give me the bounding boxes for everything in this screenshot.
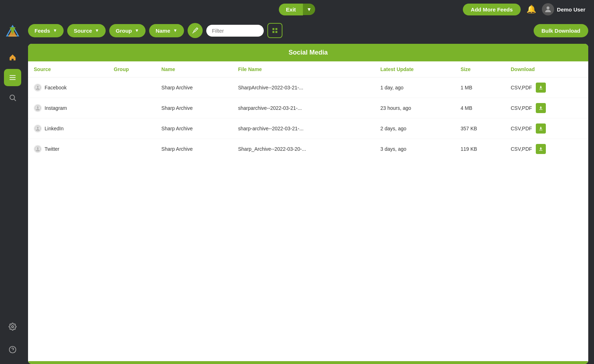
source-dropdown[interactable]: Source ▼ — [67, 24, 106, 37]
cell-size-2: 357 KB — [455, 118, 505, 139]
table-container: Social Media Source Group Name File Name… — [28, 44, 588, 364]
cell-name-3: Sharp Archive — [156, 139, 232, 159]
download-button-3[interactable] — [536, 144, 546, 154]
cell-source-3: Twitter — [28, 139, 108, 159]
user-name: Demo User — [557, 6, 585, 13]
group-dropdown[interactable]: Group ▼ — [109, 24, 146, 37]
topbar-right: Add More Feeds 🔔 Demo User — [463, 3, 585, 15]
cell-size-1: 4 MB — [455, 98, 505, 118]
col-latest-update: Latest Update — [375, 61, 455, 78]
sidebar-item-list[interactable] — [4, 69, 21, 86]
svg-rect-24 — [539, 130, 542, 130]
table-row: Twitter Sharp Archive Sharp_Archive--202… — [28, 139, 588, 159]
cell-name-1: Sharp Archive — [156, 98, 232, 118]
sidebar-bottom — [4, 318, 21, 358]
cell-group-2 — [108, 118, 156, 139]
name-dropdown[interactable]: Name ▼ — [149, 24, 184, 37]
notification-icon[interactable]: 🔔 — [526, 5, 536, 14]
feeds-dropdown[interactable]: Feeds ▼ — [28, 24, 64, 37]
exit-dropdown-button[interactable]: ▼ — [303, 4, 315, 15]
cell-filename-2: sharp-archive--2022-03-21-... — [232, 118, 375, 139]
sidebar-item-help[interactable] — [4, 341, 21, 358]
svg-point-7 — [10, 95, 15, 100]
filter-input[interactable] — [212, 28, 255, 34]
group-label: Group — [116, 28, 132, 34]
download-button-0[interactable] — [536, 83, 546, 93]
table-row: LinkedIn Sharp Archive sharp-archive--20… — [28, 118, 588, 139]
cell-name-0: Sharp Archive — [156, 78, 232, 98]
svg-rect-4 — [10, 75, 16, 76]
col-file-name: File Name — [232, 61, 375, 78]
cell-download-3: CSV,PDF — [505, 139, 588, 159]
exit-button[interactable]: Exit — [279, 4, 303, 15]
add-feeds-button[interactable]: Add More Feeds — [463, 4, 521, 15]
source-dropdown-arrow: ▼ — [95, 28, 99, 33]
cell-download-1: CSV,PDF — [505, 98, 588, 118]
feeds-label: Feeds — [34, 28, 50, 34]
cell-filename-0: SharpArchive--2022-03-21-... — [232, 78, 375, 98]
col-size: Size — [455, 61, 505, 78]
svg-point-20 — [37, 107, 39, 108]
svg-point-0 — [547, 6, 549, 9]
svg-rect-14 — [272, 31, 274, 33]
name-dropdown-arrow: ▼ — [173, 28, 178, 33]
svg-point-17 — [37, 86, 39, 88]
svg-rect-5 — [10, 77, 16, 78]
svg-point-23 — [37, 127, 39, 129]
download-button-2[interactable] — [536, 123, 546, 134]
svg-rect-27 — [539, 150, 542, 151]
topbar: Exit ▼ Add More Feeds 🔔 Demo User — [0, 0, 594, 19]
cell-size-3: 119 KB — [455, 139, 505, 159]
cell-source-1: Instagram — [28, 98, 108, 118]
source-icon-2 — [34, 125, 42, 132]
brush-button[interactable] — [188, 23, 203, 38]
svg-rect-13 — [275, 28, 277, 30]
avatar — [542, 3, 554, 15]
feeds-dropdown-arrow: ▼ — [53, 28, 57, 33]
sidebar-item-settings[interactable] — [4, 318, 21, 335]
data-table: Source Group Name File Name Latest Updat… — [28, 61, 588, 159]
source-label: Source — [74, 28, 92, 34]
cell-group-3 — [108, 139, 156, 159]
cell-update-0: 1 day, ago — [375, 78, 455, 98]
col-download: Download — [505, 61, 588, 78]
cell-update-1: 23 hours, ago — [375, 98, 455, 118]
sidebar-item-search[interactable] — [4, 89, 21, 106]
bulk-download-button[interactable]: Bulk Download — [534, 24, 588, 37]
cell-download-2: CSV,PDF — [505, 118, 588, 139]
sidebar-item-home[interactable] — [4, 49, 21, 66]
svg-point-9 — [11, 326, 14, 328]
grid-view-button[interactable] — [267, 23, 282, 38]
svg-rect-12 — [272, 28, 274, 30]
exit-label: Exit — [286, 6, 296, 13]
col-name: Name — [156, 61, 232, 78]
group-dropdown-arrow: ▼ — [135, 28, 139, 33]
cell-download-0: CSV,PDF — [505, 78, 588, 98]
content-area: Feeds ▼ Source ▼ Group ▼ Name ▼ — [25, 19, 594, 364]
source-icon-1 — [34, 104, 42, 112]
main-layout: Feeds ▼ Source ▼ Group ▼ Name ▼ — [0, 19, 594, 364]
cell-source-0: Facebook — [28, 78, 108, 98]
table-section-title: Social Media — [28, 44, 588, 61]
cell-group-0 — [108, 78, 156, 98]
bulk-download-label: Bulk Download — [542, 28, 580, 34]
cell-update-2: 2 days, ago — [375, 118, 455, 139]
filter-bar: Feeds ▼ Source ▼ Group ▼ Name ▼ — [28, 23, 588, 38]
filter-input-wrap — [206, 25, 264, 37]
svg-rect-18 — [539, 89, 542, 89]
sidebar — [0, 19, 25, 364]
col-group: Group — [108, 61, 156, 78]
cell-update-3: 3 days, ago — [375, 139, 455, 159]
user-info[interactable]: Demo User — [542, 3, 585, 15]
table-header-row: Source Group Name File Name Latest Updat… — [28, 61, 588, 78]
topbar-center: Exit ▼ — [279, 4, 315, 15]
svg-point-26 — [37, 148, 39, 149]
add-feeds-label: Add More Feeds — [471, 6, 513, 13]
col-source: Source — [28, 61, 108, 78]
cell-filename-1: sharparchive--2022-03-21-... — [232, 98, 375, 118]
svg-rect-15 — [275, 31, 277, 33]
download-button-1[interactable] — [536, 103, 546, 113]
name-label: Name — [156, 28, 170, 34]
logo[interactable] — [5, 24, 20, 40]
table-row: Instagram Sharp Archive sharparchive--20… — [28, 98, 588, 118]
